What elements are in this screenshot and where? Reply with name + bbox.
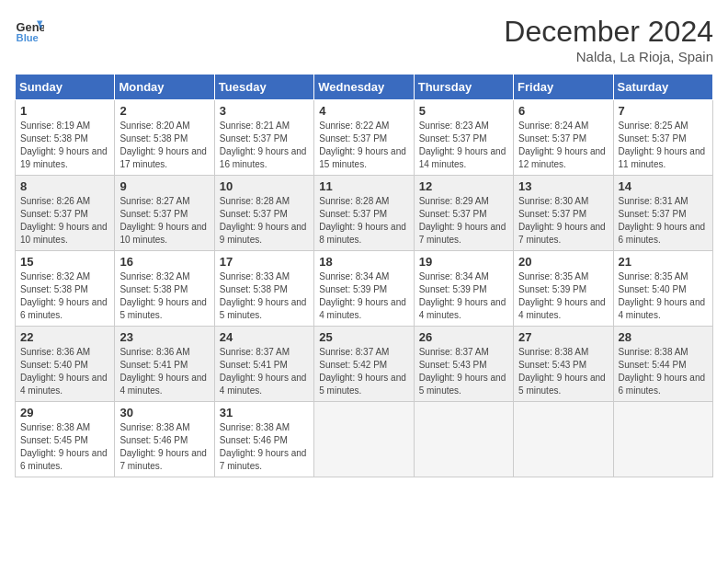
day-info: Sunrise: 8:19 AM Sunset: 5:38 PM Dayligh…: [20, 120, 109, 171]
empty-cell: [514, 402, 613, 477]
day-info: Sunrise: 8:28 AM Sunset: 5:37 PM Dayligh…: [319, 195, 408, 247]
day-info: Sunrise: 8:36 AM Sunset: 5:41 PM Dayligh…: [119, 346, 209, 397]
day-cell-11: 11 Sunrise: 8:28 AM Sunset: 5:37 PM Dayl…: [314, 176, 414, 251]
day-number: 2: [119, 104, 209, 118]
weekday-header-row: SundayMondayTuesdayWednesdayThursdayFrid…: [16, 75, 713, 100]
day-number: 6: [518, 104, 608, 118]
logo-icon: General Blue: [15, 15, 44, 44]
day-number: 11: [319, 179, 408, 193]
day-number: 14: [619, 179, 708, 193]
day-cell-1: 1 Sunrise: 8:19 AM Sunset: 5:38 PM Dayli…: [16, 100, 115, 176]
day-info: Sunrise: 8:38 AM Sunset: 5:46 PM Dayligh…: [119, 421, 209, 473]
day-cell-6: 6 Sunrise: 8:24 AM Sunset: 5:37 PM Dayli…: [514, 100, 613, 176]
day-cell-8: 8 Sunrise: 8:26 AM Sunset: 5:37 PM Dayli…: [16, 176, 115, 251]
weekday-header-tuesday: Tuesday: [214, 75, 313, 100]
day-cell-7: 7 Sunrise: 8:25 AM Sunset: 5:37 PM Dayli…: [613, 100, 712, 176]
day-number: 18: [319, 255, 408, 269]
day-info: Sunrise: 8:22 AM Sunset: 5:37 PM Dayligh…: [319, 120, 408, 171]
day-cell-10: 10 Sunrise: 8:28 AM Sunset: 5:37 PM Dayl…: [214, 176, 313, 251]
day-info: Sunrise: 8:28 AM Sunset: 5:37 PM Dayligh…: [220, 195, 309, 247]
calendar-week-3: 15 Sunrise: 8:32 AM Sunset: 5:38 PM Dayl…: [16, 251, 713, 327]
day-cell-29: 29 Sunrise: 8:38 AM Sunset: 5:45 PM Dayl…: [16, 402, 115, 477]
day-info: Sunrise: 8:38 AM Sunset: 5:46 PM Dayligh…: [220, 421, 309, 473]
day-cell-24: 24 Sunrise: 8:37 AM Sunset: 5:41 PM Dayl…: [214, 327, 313, 402]
day-cell-30: 30 Sunrise: 8:38 AM Sunset: 5:46 PM Dayl…: [115, 402, 214, 477]
day-cell-20: 20 Sunrise: 8:35 AM Sunset: 5:39 PM Dayl…: [514, 251, 613, 327]
calendar-week-2: 8 Sunrise: 8:26 AM Sunset: 5:37 PM Dayli…: [16, 176, 713, 251]
day-info: Sunrise: 8:20 AM Sunset: 5:38 PM Dayligh…: [119, 120, 209, 171]
day-cell-25: 25 Sunrise: 8:37 AM Sunset: 5:42 PM Dayl…: [314, 327, 414, 402]
day-number: 20: [518, 255, 608, 269]
day-cell-3: 3 Sunrise: 8:21 AM Sunset: 5:37 PM Dayli…: [214, 100, 313, 176]
day-info: Sunrise: 8:35 AM Sunset: 5:39 PM Dayligh…: [518, 270, 608, 322]
day-cell-27: 27 Sunrise: 8:38 AM Sunset: 5:43 PM Dayl…: [514, 327, 613, 402]
day-cell-12: 12 Sunrise: 8:29 AM Sunset: 5:37 PM Dayl…: [414, 176, 513, 251]
title-block: December 2024 Nalda, La Rioja, Spain: [504, 15, 713, 64]
location: Nalda, La Rioja, Spain: [504, 49, 713, 64]
day-info: Sunrise: 8:35 AM Sunset: 5:40 PM Dayligh…: [619, 270, 708, 322]
calendar-week-4: 22 Sunrise: 8:36 AM Sunset: 5:40 PM Dayl…: [16, 327, 713, 402]
day-info: Sunrise: 8:34 AM Sunset: 5:39 PM Dayligh…: [319, 270, 408, 322]
day-number: 13: [518, 179, 608, 193]
day-number: 24: [220, 330, 309, 344]
day-cell-19: 19 Sunrise: 8:34 AM Sunset: 5:39 PM Dayl…: [414, 251, 513, 327]
day-cell-28: 28 Sunrise: 8:38 AM Sunset: 5:44 PM Dayl…: [613, 327, 712, 402]
weekday-header-monday: Monday: [115, 75, 214, 100]
day-info: Sunrise: 8:36 AM Sunset: 5:40 PM Dayligh…: [20, 346, 109, 397]
calendar-week-5: 29 Sunrise: 8:38 AM Sunset: 5:45 PM Dayl…: [16, 402, 713, 477]
day-number: 12: [419, 179, 508, 193]
month-title: December 2024: [504, 15, 713, 49]
weekday-header-thursday: Thursday: [414, 75, 513, 100]
page-header: General Blue December 2024 Nalda, La Rio…: [15, 15, 713, 64]
day-info: Sunrise: 8:27 AM Sunset: 5:37 PM Dayligh…: [119, 195, 209, 247]
empty-cell: [314, 402, 414, 477]
day-number: 16: [119, 255, 209, 269]
day-number: 7: [619, 104, 708, 118]
weekday-header-saturday: Saturday: [613, 75, 712, 100]
day-number: 22: [20, 330, 109, 344]
day-info: Sunrise: 8:26 AM Sunset: 5:37 PM Dayligh…: [20, 195, 109, 247]
day-cell-26: 26 Sunrise: 8:37 AM Sunset: 5:43 PM Dayl…: [414, 327, 513, 402]
weekday-header-sunday: Sunday: [16, 75, 115, 100]
day-cell-16: 16 Sunrise: 8:32 AM Sunset: 5:38 PM Dayl…: [115, 251, 214, 327]
day-info: Sunrise: 8:38 AM Sunset: 5:43 PM Dayligh…: [518, 346, 608, 397]
calendar-table: SundayMondayTuesdayWednesdayThursdayFrid…: [15, 74, 713, 477]
day-info: Sunrise: 8:37 AM Sunset: 5:42 PM Dayligh…: [319, 346, 408, 397]
day-info: Sunrise: 8:30 AM Sunset: 5:37 PM Dayligh…: [518, 195, 608, 247]
svg-text:Blue: Blue: [17, 32, 39, 43]
day-cell-21: 21 Sunrise: 8:35 AM Sunset: 5:40 PM Dayl…: [613, 251, 712, 327]
day-info: Sunrise: 8:29 AM Sunset: 5:37 PM Dayligh…: [419, 195, 508, 247]
day-number: 5: [419, 104, 508, 118]
day-cell-4: 4 Sunrise: 8:22 AM Sunset: 5:37 PM Dayli…: [314, 100, 414, 176]
day-number: 8: [20, 179, 109, 193]
day-info: Sunrise: 8:38 AM Sunset: 5:44 PM Dayligh…: [619, 346, 708, 397]
day-cell-9: 9 Sunrise: 8:27 AM Sunset: 5:37 PM Dayli…: [115, 176, 214, 251]
day-number: 21: [619, 255, 708, 269]
day-number: 29: [20, 406, 109, 419]
day-number: 17: [220, 255, 309, 269]
day-info: Sunrise: 8:31 AM Sunset: 5:37 PM Dayligh…: [619, 195, 708, 247]
day-number: 23: [119, 330, 209, 344]
day-cell-18: 18 Sunrise: 8:34 AM Sunset: 5:39 PM Dayl…: [314, 251, 414, 327]
day-number: 19: [419, 255, 508, 269]
day-info: Sunrise: 8:32 AM Sunset: 5:38 PM Dayligh…: [119, 270, 209, 322]
day-number: 30: [119, 406, 209, 419]
day-cell-23: 23 Sunrise: 8:36 AM Sunset: 5:41 PM Dayl…: [115, 327, 214, 402]
day-number: 3: [220, 104, 309, 118]
day-cell-13: 13 Sunrise: 8:30 AM Sunset: 5:37 PM Dayl…: [514, 176, 613, 251]
day-cell-5: 5 Sunrise: 8:23 AM Sunset: 5:37 PM Dayli…: [414, 100, 513, 176]
day-cell-31: 31 Sunrise: 8:38 AM Sunset: 5:46 PM Dayl…: [214, 402, 313, 477]
day-info: Sunrise: 8:24 AM Sunset: 5:37 PM Dayligh…: [518, 120, 608, 171]
day-number: 15: [20, 255, 109, 269]
day-number: 10: [220, 179, 309, 193]
day-number: 28: [619, 330, 708, 344]
day-number: 9: [119, 179, 209, 193]
day-cell-2: 2 Sunrise: 8:20 AM Sunset: 5:38 PM Dayli…: [115, 100, 214, 176]
day-info: Sunrise: 8:32 AM Sunset: 5:38 PM Dayligh…: [20, 270, 109, 322]
day-number: 31: [220, 406, 309, 419]
weekday-header-wednesday: Wednesday: [314, 75, 414, 100]
day-number: 1: [20, 104, 109, 118]
day-info: Sunrise: 8:37 AM Sunset: 5:41 PM Dayligh…: [220, 346, 309, 397]
day-info: Sunrise: 8:25 AM Sunset: 5:37 PM Dayligh…: [619, 120, 708, 171]
day-cell-17: 17 Sunrise: 8:33 AM Sunset: 5:38 PM Dayl…: [214, 251, 313, 327]
